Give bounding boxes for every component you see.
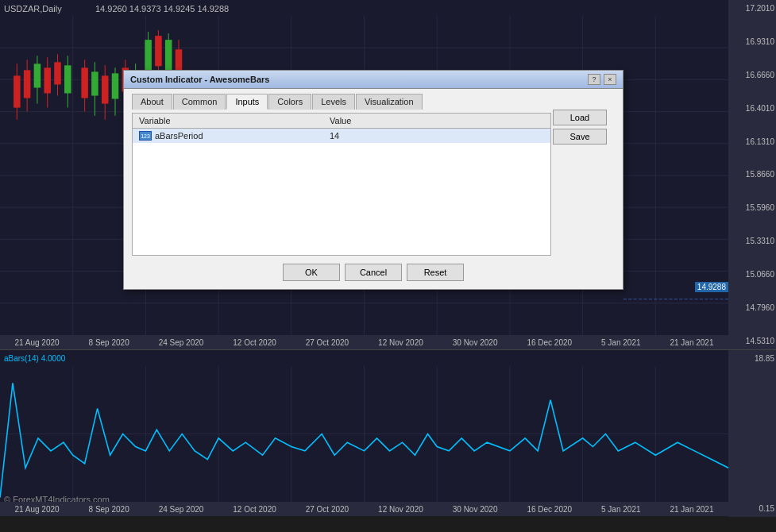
dialog-controls: ? ×: [588, 74, 616, 85]
table-header: Variable Value: [133, 114, 550, 129]
x-axis-bottom: 21 Aug 2020 8 Sep 2020 24 Sep 2020 12 Oc…: [0, 502, 728, 516]
svg-rect-27: [54, 62, 61, 84]
svg-rect-33: [91, 71, 98, 95]
dialog-titlebar: Custom Indicator - AwesomeBars ? ×: [124, 71, 623, 89]
table-row[interactable]: 123 aBarsPeriod 14: [133, 129, 550, 143]
indicator-title: aBars(14) 4.0000: [4, 354, 65, 363]
custom-indicator-dialog: Custom Indicator - AwesomeBars ? × About…: [123, 70, 624, 290]
tab-common[interactable]: Common: [173, 94, 226, 110]
svg-rect-23: [34, 64, 41, 87]
dialog-help-button[interactable]: ?: [588, 74, 600, 85]
header-variable: Variable: [139, 116, 330, 125]
svg-rect-47: [165, 40, 172, 71]
bottom-chart: aBars(14) 4.0000 © ForexMT4Indicators.co…: [0, 349, 776, 516]
dialog-title: Custom Indicator - AwesomeBars: [130, 75, 269, 84]
cell-value: 14: [330, 131, 544, 141]
svg-rect-37: [112, 73, 119, 98]
svg-rect-29: [64, 65, 71, 93]
inputs-table: Variable Value 123 aBarsPeriod 14: [132, 113, 551, 256]
tab-inputs[interactable]: Inputs: [226, 94, 268, 110]
dialog-action-buttons: OK Cancel Reset: [132, 264, 615, 281]
variable-name: aBarsPeriod: [155, 131, 203, 141]
cancel-button[interactable]: Cancel: [345, 264, 402, 281]
tab-about[interactable]: About: [132, 94, 172, 110]
svg-rect-31: [81, 67, 88, 98]
chart-container: USDZAR,Daily 14.9260 14.9373 14.9245 14.…: [0, 0, 776, 532]
load-button[interactable]: Load: [553, 110, 607, 125]
side-buttons: Load Save: [553, 110, 607, 145]
svg-rect-25: [44, 67, 51, 93]
header-value: Value: [330, 116, 544, 125]
cell-variable: 123 aBarsPeriod: [139, 131, 330, 141]
price-badge: 14.9288: [695, 282, 728, 292]
indicator-svg: [0, 366, 728, 502]
y-axis-bottom: 18.85 0.15: [728, 350, 776, 517]
dialog-tabs: About Common Inputs Colors Levels Visual…: [132, 94, 615, 110]
chart-ohlc: 14.9260 14.9373 14.9245 14.9288: [95, 4, 229, 13]
svg-rect-43: [145, 40, 152, 71]
reset-button[interactable]: Reset: [407, 264, 464, 281]
svg-rect-45: [155, 36, 162, 66]
tab-content-inputs: Variable Value 123 aBarsPeriod 14 Load S…: [132, 110, 615, 256]
ok-button[interactable]: OK: [283, 264, 340, 281]
svg-rect-21: [24, 70, 31, 98]
save-button[interactable]: Save: [553, 129, 607, 145]
variable-icon: 123: [139, 131, 152, 141]
dialog-close-button[interactable]: ×: [604, 74, 616, 85]
y-axis-top: 17.2010 16.9310 16.6660 16.4010 16.1310 …: [728, 0, 776, 349]
svg-rect-19: [14, 75, 21, 107]
tab-visualization[interactable]: Visualization: [356, 94, 423, 110]
tab-colors[interactable]: Colors: [268, 94, 311, 110]
svg-rect-35: [102, 75, 109, 103]
dialog-content: About Common Inputs Colors Levels Visual…: [124, 89, 623, 289]
chart-symbol: USDZAR,Daily: [4, 4, 62, 13]
tab-levels[interactable]: Levels: [312, 94, 355, 110]
x-axis-top: 21 Aug 2020 8 Sep 2020 24 Sep 2020 12 Oc…: [0, 335, 728, 349]
